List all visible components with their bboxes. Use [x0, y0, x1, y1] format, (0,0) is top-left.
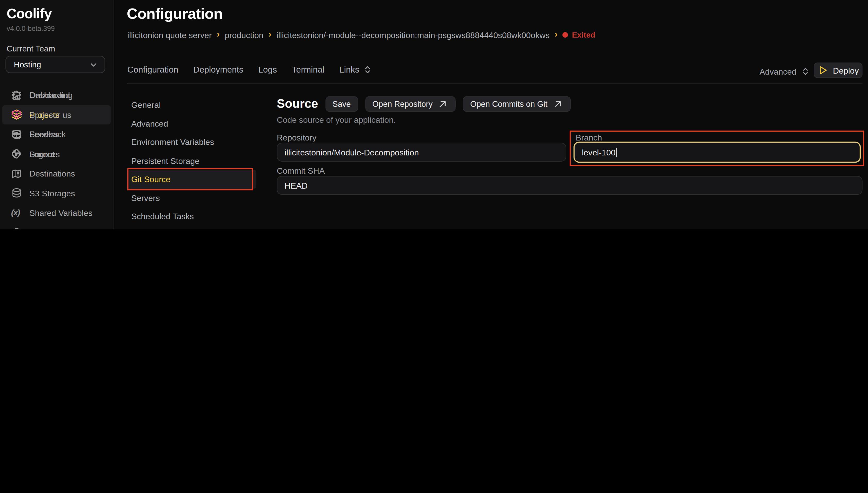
breadcrumb-item-0[interactable]: illicitonion quote server [127, 30, 212, 40]
save-label: Save [333, 100, 351, 108]
logout-icon [11, 148, 22, 159]
tab-configuration[interactable]: Configuration [127, 65, 178, 75]
play-icon [818, 65, 829, 76]
help-circle-icon [11, 129, 22, 140]
sidebar-item-logout[interactable]: Logout [0, 144, 113, 164]
branch-label: Branch [576, 133, 602, 142]
chevron-right-icon: › [217, 30, 219, 40]
deploy-label: Deploy [833, 66, 859, 75]
tab-divider [127, 83, 862, 84]
subnav-item-scheduled-tasks[interactable]: Scheduled Tasks [127, 207, 259, 226]
subnav-item-webhooks[interactable]: Webhooks [127, 226, 259, 229]
sidebar-footer-nav: OnboardingSponsor usFeedbackLogout [0, 85, 113, 229]
subnav-item-general[interactable]: General [127, 96, 259, 114]
sidebar-item-label: Onboarding [29, 90, 73, 100]
chevron-right-icon: › [555, 30, 557, 40]
team-select-value: Hosting [14, 60, 88, 69]
heart-icon [11, 109, 22, 120]
open-repository-button[interactable]: Open Repository [365, 96, 456, 112]
open-commits-button[interactable]: Open Commits on Git [463, 96, 571, 112]
subnav-item-environment-variables[interactable]: Environment Variables [127, 133, 259, 151]
tab-label: Links [339, 65, 359, 75]
source-header: Source Save Open Repository Open Commits… [277, 96, 571, 112]
subnav-item-persistent-storage[interactable]: Persistent Storage [127, 151, 259, 170]
text-caret [616, 147, 617, 157]
tab-label: Terminal [292, 65, 324, 75]
settings-subnav: GeneralAdvancedEnvironment VariablesPers… [127, 96, 259, 229]
external-link-icon [438, 99, 449, 110]
coolify-app: Coolify v4.0.0-beta.399 Current Team Hos… [0, 0, 868, 229]
deploy-button[interactable]: Deploy [814, 63, 862, 78]
checklist-icon [11, 89, 22, 101]
repository-input-wrap [277, 143, 566, 162]
status-badge: Exited [563, 30, 595, 39]
advanced-label: Advanced [759, 67, 796, 76]
external-link-icon [552, 99, 564, 110]
source-heading: Source [277, 97, 318, 111]
tab-terminal[interactable]: Terminal [292, 65, 324, 75]
tab-logs[interactable]: Logs [258, 65, 277, 75]
branch-value: level-100 [582, 147, 615, 157]
repository-input[interactable] [284, 147, 558, 157]
sidebar-item-feedback[interactable]: Feedback [0, 125, 113, 144]
branch-input[interactable]: level-100 [573, 142, 861, 163]
source-description: Code source of your application. [277, 115, 396, 125]
advanced-toggle[interactable]: Advanced [759, 66, 811, 77]
commit-sha-input[interactable] [284, 180, 854, 190]
tab-label: Deployments [193, 65, 244, 75]
breadcrumb: illicitonion quote server›production›ill… [127, 30, 595, 40]
save-button[interactable]: Save [325, 96, 358, 112]
status-dot-icon [563, 32, 568, 38]
commit-sha-label: Commit SHA [277, 166, 324, 175]
sidebar: Coolify v4.0.0-beta.399 Current Team Hos… [0, 0, 113, 229]
tab-bar: ConfigurationDeploymentsLogsTerminalLink… [127, 64, 373, 75]
page-title: Configuration [127, 6, 223, 23]
chevrons-up-down-icon [362, 64, 373, 75]
current-team-label: Current Team [7, 44, 55, 53]
tab-label: Configuration [127, 65, 178, 75]
breadcrumb-item-1[interactable]: production [225, 30, 263, 40]
sidebar-item-sponsor-us[interactable]: Sponsor us [0, 105, 113, 125]
sidebar-item-label: Logout [29, 149, 55, 159]
open-commits-label: Open Commits on Git [470, 100, 548, 108]
breadcrumb-item-2[interactable]: illicitestonion/-module--decomposition:m… [276, 30, 550, 40]
subnav-item-advanced[interactable]: Advanced [127, 114, 259, 133]
subnav-item-servers[interactable]: Servers [127, 188, 259, 207]
open-repository-label: Open Repository [373, 100, 433, 108]
chevrons-up-down-icon [800, 66, 811, 77]
commit-sha-input-wrap [277, 176, 862, 195]
sidebar-item-label: Feedback [29, 130, 66, 139]
sidebar-item-label: Sponsor us [29, 110, 71, 120]
status-text: Exited [572, 30, 595, 39]
chevron-down-icon [88, 59, 99, 70]
tab-deployments[interactable]: Deployments [193, 65, 244, 75]
version-label: v4.0.0-beta.399 [7, 25, 55, 33]
subnav-item-git-source[interactable]: Git Source [127, 170, 256, 188]
sidebar-item-onboarding[interactable]: Onboarding [0, 85, 113, 105]
tab-links[interactable]: Links [339, 64, 373, 75]
repository-label: Repository [277, 133, 316, 142]
coolify-logo: Coolify [7, 6, 52, 22]
chevron-right-icon: › [269, 30, 271, 40]
team-select[interactable]: Hosting [6, 56, 105, 73]
tab-label: Logs [258, 65, 277, 75]
